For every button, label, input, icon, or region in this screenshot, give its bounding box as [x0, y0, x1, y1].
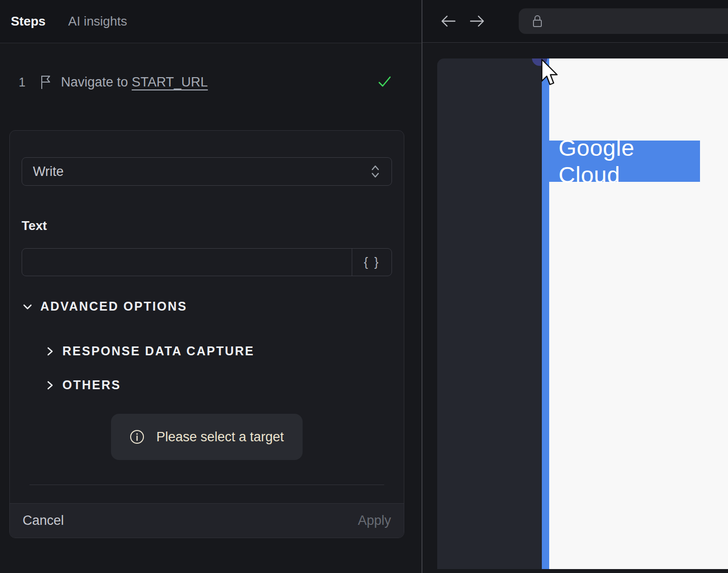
back-button[interactable]: [440, 13, 457, 29]
chevron-right-icon: [45, 379, 56, 391]
chevron-right-icon: [45, 345, 56, 357]
flag-icon: [39, 74, 52, 90]
others-toggle[interactable]: OTHERS: [22, 378, 392, 392]
browser-preview-panel: Google Cloud: [421, 0, 728, 573]
cancel-button[interactable]: Cancel: [23, 513, 64, 528]
text-input[interactable]: [22, 249, 352, 276]
chevron-down-icon: [22, 301, 33, 313]
steps-panel: Steps AI insights 1 Navigate to START_UR…: [0, 0, 421, 573]
browser-toolbar: [422, 0, 728, 43]
app-window: Steps AI insights 1 Navigate to START_UR…: [0, 0, 728, 573]
mouse-cursor-icon: [540, 58, 560, 88]
select-chevrons-icon: [369, 164, 382, 179]
step-start-url-link[interactable]: START_URL: [132, 75, 208, 89]
forward-button[interactable]: [469, 13, 485, 29]
panel-tabs-header: Steps AI insights: [0, 0, 421, 43]
step-number: 1: [19, 75, 33, 89]
others-label: OTHERS: [62, 378, 121, 392]
element-highlight-strip: [542, 58, 549, 569]
lock-icon: [531, 14, 544, 29]
insert-variable-button[interactable]: { }: [352, 249, 392, 276]
text-field-label: Text: [22, 218, 392, 233]
apply-button[interactable]: Apply: [358, 513, 391, 528]
step-row-1[interactable]: 1 Navigate to START_URL: [0, 73, 421, 91]
text-input-row: { }: [22, 248, 392, 276]
editor-footer: Cancel Apply: [10, 503, 404, 538]
highlighted-element-label: Google Cloud: [559, 134, 700, 188]
check-icon: [377, 75, 392, 89]
step-editor-card: Write Text { } ADVANCED OPTIONS: [9, 130, 404, 538]
info-icon: [130, 430, 144, 444]
response-data-capture-toggle[interactable]: RESPONSE DATA CAPTURE: [22, 344, 392, 358]
tab-steps[interactable]: Steps: [11, 14, 46, 29]
select-target-notice: Please select a target: [111, 414, 303, 460]
page-dark-pane: [437, 58, 542, 569]
step-title: Navigate to START_URL: [61, 75, 377, 90]
advanced-options-toggle[interactable]: ADVANCED OPTIONS: [22, 299, 392, 314]
tab-ai-insights[interactable]: AI insights: [68, 14, 127, 29]
highlighted-element[interactable]: Google Cloud: [549, 141, 700, 182]
page-preview-area: Google Cloud: [422, 43, 728, 573]
page-viewport[interactable]: Google Cloud: [437, 58, 728, 569]
response-data-capture-label: RESPONSE DATA CAPTURE: [62, 344, 254, 358]
address-bar[interactable]: [519, 8, 728, 34]
advanced-options-label: ADVANCED OPTIONS: [40, 299, 187, 314]
action-select[interactable]: Write: [22, 157, 392, 186]
select-target-notice-text: Please select a target: [156, 430, 284, 445]
footer-divider: [29, 485, 384, 485]
action-select-value: Write: [33, 164, 369, 179]
